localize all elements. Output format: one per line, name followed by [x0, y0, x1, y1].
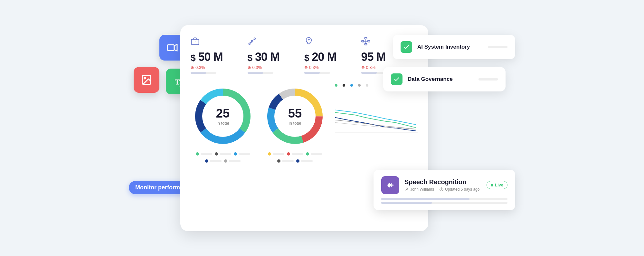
dot-green — [335, 84, 337, 87]
donut-1-number: 25 — [216, 107, 230, 119]
stat-bar-1 — [191, 72, 216, 74]
donut-2-sub: in total — [288, 120, 302, 125]
speech-bars — [381, 198, 507, 204]
stats-row: $ 50 M ⊕0.3% $ 30 M ⊕0.3% — [191, 37, 418, 74]
live-dot — [491, 184, 493, 186]
stat-item-2: $ 30 M ⊕0.3% — [248, 37, 305, 74]
data-governance-card: Data Governance — [383, 67, 506, 91]
piggy-icon — [304, 37, 315, 47]
speech-bar-2 — [381, 202, 507, 204]
image-icon-button[interactable] — [134, 67, 159, 93]
donut-2-number: 55 — [288, 107, 302, 119]
donut-1-legend — [196, 152, 250, 156]
stat-change-3: ⊕0.3% — [304, 65, 356, 70]
briefcase-icon — [191, 37, 201, 47]
stat-change-2: ⊕0.3% — [248, 65, 299, 70]
ai-inventory-label: AI System Inventory — [417, 44, 483, 50]
data-governance-bar — [478, 78, 498, 81]
data-governance-label: Data Governance — [408, 76, 473, 82]
ai-inventory-check-icon — [401, 41, 412, 53]
svg-rect-15 — [367, 40, 370, 42]
speech-title: Speech Recognition — [404, 178, 481, 186]
stat-change-1: ⊕0.3% — [191, 65, 242, 70]
svg-line-12 — [252, 39, 255, 41]
speech-info: Speech Recognition John Williams Updated… — [404, 178, 481, 192]
speech-user: John Williams — [404, 187, 434, 192]
scene: TT Monitor performance $ 50 M ⊕0.3% — [129, 15, 515, 241]
dot-dark — [343, 84, 345, 87]
ai-inventory-bar — [488, 46, 507, 48]
charts-row: 25 in total — [191, 84, 418, 163]
donut-chart-2: 55 in total — [263, 84, 327, 148]
data-governance-check-icon — [391, 73, 402, 85]
speech-card-header: Speech Recognition John Williams Updated… — [381, 176, 507, 194]
donut-2-label: 55 in total — [288, 107, 302, 125]
donut-2-legend-2 — [277, 159, 313, 163]
svg-marker-1 — [174, 44, 177, 51]
donut-1-sub: in total — [216, 120, 230, 125]
stat-value-1: $ 50 M — [191, 50, 242, 64]
speech-updated: Updated 5 days ago — [439, 187, 479, 192]
stat-bar-2 — [248, 72, 273, 74]
stat-item-3: $ 20 M ⊕0.3% — [304, 37, 361, 74]
donut-1-legend-2 — [205, 159, 241, 163]
svg-line-11 — [249, 42, 252, 43]
svg-point-3 — [144, 77, 146, 79]
speech-meta: John Williams Updated 5 days ago — [404, 187, 481, 192]
svg-rect-0 — [167, 45, 174, 51]
svg-point-38 — [406, 188, 408, 189]
line-chart-area — [335, 84, 418, 163]
stat-value-3: $ 20 M — [304, 50, 356, 64]
speech-waveform-icon — [381, 176, 399, 194]
speech-recognition-card: Speech Recognition John Williams Updated… — [374, 170, 515, 210]
svg-rect-6 — [191, 39, 199, 44]
speech-bar-1 — [381, 198, 507, 200]
ai-system-inventory-card: AI System Inventory — [393, 35, 515, 59]
line-chart-svg — [335, 89, 418, 141]
dot-blue — [350, 84, 353, 87]
dot-gray — [358, 84, 361, 87]
stat-bar-3 — [304, 72, 330, 74]
donut-2-legend — [268, 152, 322, 156]
stat-item-1: $ 50 M ⊕0.3% — [191, 37, 248, 74]
stat-value-2: $ 30 M — [248, 50, 299, 64]
donut-1-label: 25 in total — [216, 107, 230, 125]
donut-chart-1: 25 in total — [191, 84, 255, 148]
live-badge: Live — [487, 181, 507, 189]
network-icon — [361, 37, 372, 47]
dot-light — [366, 84, 368, 87]
chart-icon — [248, 37, 258, 47]
